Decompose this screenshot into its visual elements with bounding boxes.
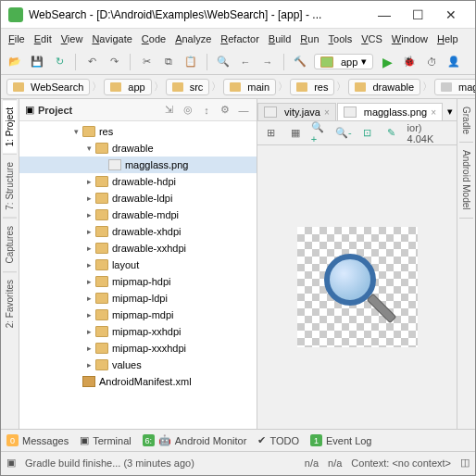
expand-arrow-icon[interactable]: ▸ bbox=[84, 294, 95, 303]
profile-icon[interactable]: ⏱ bbox=[423, 54, 440, 70]
menu-edit[interactable]: Edit bbox=[31, 31, 56, 46]
tree-node[interactable]: ▸drawable-xxhdpi bbox=[19, 240, 257, 257]
sort-icon[interactable]: ↕ bbox=[199, 103, 214, 118]
menu-code[interactable]: Code bbox=[138, 31, 169, 46]
tree-node[interactable]: ▾res bbox=[19, 123, 257, 140]
status-icon[interactable]: ▣ bbox=[6, 457, 16, 469]
right-tab-androidmodel[interactable]: Android Model bbox=[459, 143, 473, 218]
breadcrumb-item[interactable]: src bbox=[166, 79, 210, 95]
tree-node[interactable]: AndroidManifest.xml bbox=[19, 373, 257, 390]
breadcrumb-item[interactable]: magglass.png bbox=[434, 79, 475, 95]
editor-tab[interactable]: vity.java× bbox=[257, 103, 336, 120]
bottom-tab-todo[interactable]: ✔TODO bbox=[257, 434, 299, 446]
left-tab-structure[interactable]: 7: Structure bbox=[3, 154, 17, 218]
bottom-tab-terminal[interactable]: ▣Terminal bbox=[80, 434, 132, 446]
tree-node[interactable]: magglass.png bbox=[19, 157, 257, 173]
bottom-tab-messages[interactable]: 0Messages bbox=[6, 434, 69, 446]
breadcrumb-item[interactable]: main bbox=[223, 79, 276, 95]
expand-arrow-icon[interactable]: ▸ bbox=[84, 277, 95, 286]
menu-file[interactable]: File bbox=[5, 31, 29, 46]
project-panel-title[interactable]: Project bbox=[38, 105, 158, 116]
left-tab-captures[interactable]: Captures bbox=[3, 218, 17, 271]
expand-arrow-icon[interactable]: ▸ bbox=[84, 310, 95, 319]
expand-arrow-icon[interactable]: ▸ bbox=[84, 244, 95, 253]
close-tab-icon[interactable]: × bbox=[431, 107, 436, 118]
menu-help[interactable]: Help bbox=[433, 31, 462, 46]
more-tabs-icon[interactable]: ▾ bbox=[444, 103, 457, 120]
collapse-icon[interactable]: ⇲ bbox=[162, 103, 177, 118]
breadcrumb-item[interactable]: WebSearch bbox=[6, 79, 90, 95]
expand-arrow-icon[interactable]: ▸ bbox=[84, 260, 95, 269]
expand-arrow-icon[interactable]: ▾ bbox=[71, 127, 82, 136]
breadcrumb-item[interactable]: app bbox=[104, 79, 151, 95]
bottom-tab-androidmonitor[interactable]: 6:🤖Android Monitor bbox=[143, 434, 247, 446]
expand-arrow-icon[interactable]: ▸ bbox=[84, 210, 95, 219]
actual-size-icon[interactable]: ⊞ bbox=[263, 125, 280, 142]
menu-window[interactable]: Window bbox=[388, 31, 432, 46]
menu-navigate[interactable]: Navigate bbox=[88, 31, 135, 46]
close-button[interactable]: ✕ bbox=[434, 2, 468, 28]
breadcrumb-item[interactable]: drawable bbox=[348, 79, 420, 95]
right-tab-gradle[interactable]: Gradle bbox=[459, 99, 473, 143]
tree-node[interactable]: ▸drawable-xhdpi bbox=[19, 223, 257, 240]
zoom-out-icon[interactable]: 🔍- bbox=[335, 125, 352, 142]
grid-icon[interactable]: ▦ bbox=[287, 125, 304, 142]
color-picker-icon[interactable]: ✎ bbox=[383, 125, 400, 142]
copy-icon[interactable]: ⧉ bbox=[160, 54, 177, 70]
expand-arrow-icon[interactable]: ▸ bbox=[84, 177, 95, 186]
project-tree[interactable]: ▾res▾drawablemagglass.png▸drawable-hdpi▸… bbox=[19, 121, 257, 429]
tree-node[interactable]: ▸mipmap-xxhdpi bbox=[19, 323, 257, 340]
left-tab-favorites[interactable]: 2: Favorites bbox=[3, 271, 17, 335]
image-canvas[interactable] bbox=[257, 145, 457, 429]
editor-tab[interactable]: magglass.png× bbox=[337, 103, 443, 120]
avd-icon[interactable]: 👤 bbox=[445, 54, 462, 70]
find-icon[interactable]: 🔍 bbox=[215, 54, 232, 70]
tree-node[interactable]: ▸values bbox=[19, 357, 257, 373]
tree-node[interactable]: ▸drawable-hdpi bbox=[19, 173, 257, 190]
breadcrumb-item[interactable]: res bbox=[290, 79, 334, 95]
project-view-icon[interactable]: ▣ bbox=[25, 104, 34, 116]
expand-arrow-icon[interactable]: ▸ bbox=[84, 194, 95, 203]
undo-icon[interactable]: ↶ bbox=[83, 54, 100, 70]
tree-node[interactable]: ▸mipmap-xxxhdpi bbox=[19, 340, 257, 357]
run-button[interactable]: ▶ bbox=[379, 54, 395, 70]
expand-arrow-icon[interactable]: ▸ bbox=[84, 227, 95, 236]
tree-node[interactable]: ▸drawable-ldpi bbox=[19, 190, 257, 207]
tree-node[interactable]: ▸mipmap-mdpi bbox=[19, 307, 257, 323]
close-tab-icon[interactable]: × bbox=[324, 107, 330, 118]
hide-icon[interactable]: — bbox=[236, 103, 251, 118]
forward-icon[interactable]: → bbox=[259, 54, 276, 70]
expand-arrow-icon[interactable]: ▸ bbox=[84, 327, 95, 336]
menu-analyze[interactable]: Analyze bbox=[171, 31, 215, 46]
menu-tools[interactable]: Tools bbox=[325, 31, 357, 46]
paste-icon[interactable]: 📋 bbox=[182, 54, 199, 70]
tree-node[interactable]: ▾drawable bbox=[19, 140, 257, 157]
tree-node[interactable]: ▸layout bbox=[19, 257, 257, 273]
target-icon[interactable]: ◎ bbox=[181, 103, 195, 118]
expand-arrow-icon[interactable]: ▸ bbox=[84, 344, 95, 353]
tree-node[interactable]: ▸drawable-mdpi bbox=[19, 207, 257, 223]
menu-build[interactable]: Build bbox=[265, 31, 294, 46]
zoom-in-icon[interactable]: 🔍+ bbox=[311, 125, 328, 142]
run-config-selector[interactable]: app ▾ bbox=[314, 54, 373, 69]
left-tab-project[interactable]: 1: Project bbox=[3, 99, 17, 154]
menu-vcs[interactable]: VCS bbox=[357, 31, 386, 46]
tree-node[interactable]: ▸mipmap-ldpi bbox=[19, 290, 257, 307]
menu-view[interactable]: View bbox=[57, 31, 87, 46]
open-icon[interactable]: 📂 bbox=[6, 54, 23, 70]
debug-icon[interactable]: 🐞 bbox=[401, 54, 418, 70]
expand-arrow-icon[interactable]: ▾ bbox=[84, 144, 95, 153]
back-icon[interactable]: ← bbox=[237, 54, 254, 70]
minimize-button[interactable]: — bbox=[368, 2, 401, 28]
save-icon[interactable]: 💾 bbox=[29, 54, 45, 70]
expand-arrow-icon[interactable]: ▸ bbox=[84, 360, 95, 370]
bottom-tab-eventlog[interactable]: 1Event Log bbox=[310, 434, 372, 446]
cut-icon[interactable]: ✂ bbox=[138, 54, 155, 70]
maximize-button[interactable]: ☐ bbox=[401, 2, 434, 28]
menu-run[interactable]: Run bbox=[296, 31, 322, 46]
status-indicator-icon[interactable]: ◫ bbox=[460, 457, 470, 469]
sync-icon[interactable]: ↻ bbox=[51, 54, 68, 70]
make-icon[interactable]: 🔨 bbox=[292, 54, 308, 70]
tree-node[interactable]: ▸mipmap-hdpi bbox=[19, 273, 257, 290]
fit-zoom-icon[interactable]: ⊡ bbox=[359, 125, 376, 142]
